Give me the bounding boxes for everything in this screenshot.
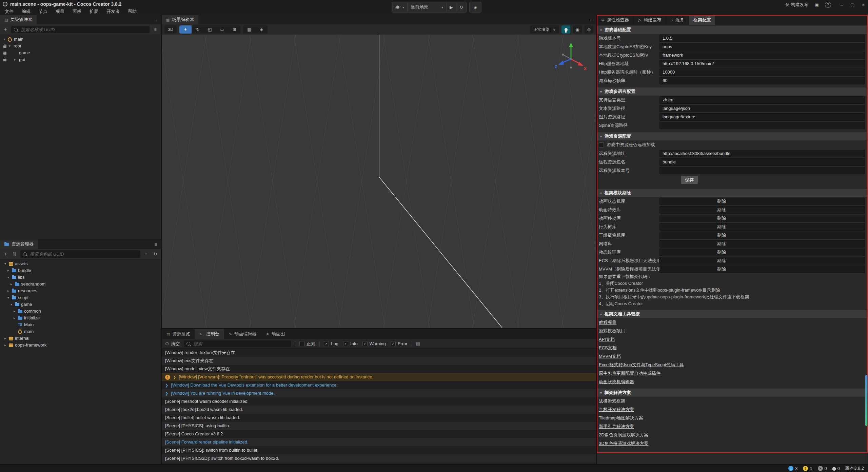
menu-item[interactable]: 扩展 <box>85 8 102 15</box>
arrow-expanded-icon[interactable]: ▾ <box>4 260 6 267</box>
rect-tool-button[interactable]: ▭ <box>216 25 228 34</box>
tree-row[interactable]: ▸gui <box>0 56 161 63</box>
log-row[interactable]: [Scene] Forward render pipeline initiali… <box>162 438 596 446</box>
save-button[interactable]: 保存 <box>681 176 698 184</box>
hierarchy-search[interactable] <box>11 26 150 33</box>
create-asset-button[interactable]: + <box>2 251 9 257</box>
checkbox-icon[interactable]: ✓ <box>391 341 396 346</box>
log-filter-warning[interactable]: ✓Warning <box>362 341 386 346</box>
tab-scene-editor[interactable]: ▦ 场景编辑器 <box>162 15 198 24</box>
log-row[interactable]: [Scene] [PHYSICS]: using builtin. <box>162 422 596 430</box>
arrow-collapsed-icon[interactable]: ▸ <box>4 342 6 349</box>
log-row[interactable]: [Window] ecs文件夹存在 <box>162 357 596 365</box>
tab-框架配置[interactable]: 框架配置 <box>689 15 716 25</box>
tab-hierarchy[interactable]: ▤ 层级管理器 <box>0 15 37 24</box>
remote-load-checkbox-row[interactable]: 游戏中资源是否远程加载 <box>597 140 868 149</box>
menu-item[interactable]: 面板 <box>68 8 85 15</box>
clear-console-button[interactable]: ∅ 清空 <box>165 341 180 347</box>
property-input[interactable] <box>659 158 865 166</box>
section-header[interactable]: ▾游戏资源配置 <box>597 132 868 140</box>
menu-item[interactable]: 开发者 <box>102 8 124 15</box>
tree-row[interactable]: ▸oops-framework <box>0 342 161 349</box>
property-input[interactable] <box>659 77 865 84</box>
doc-link[interactable]: 原生包热更新配置自动生成插件 <box>597 369 660 377</box>
log-row[interactable]: [Scene] meshopt wasm decoder initialized <box>162 397 596 406</box>
expand-chevron-icon[interactable]: ❯ <box>165 389 168 397</box>
log-row[interactable]: [Scene] [bullet]:bullet wasm lib loaded. <box>162 414 596 422</box>
doc-link[interactable]: ECS文档 <box>597 343 617 352</box>
arrow-collapsed-icon[interactable]: ▸ <box>7 288 9 294</box>
log-row[interactable]: [Scene] [box2d]:box2d wasm lib loaded. <box>162 406 596 414</box>
section-header[interactable]: ▾框架文档工具链接 <box>597 310 868 318</box>
tab-构建发布[interactable]: ▷构建发布 <box>634 15 666 25</box>
menu-item[interactable]: 帮助 <box>124 8 141 15</box>
doc-link[interactable]: 教程项目 <box>597 318 616 327</box>
tree-row[interactable]: main <box>0 328 161 335</box>
anchor-tool-button[interactable]: ⊞ <box>228 25 240 34</box>
create-node-button[interactable]: + <box>2 27 9 32</box>
log-row[interactable]: [Scene] Cocos Creator v3.8.2 <box>162 430 596 438</box>
console-search[interactable] <box>184 340 291 347</box>
checkbox-icon[interactable]: ✓ <box>362 341 368 346</box>
section-header[interactable]: ▾框架模块剔除 <box>597 189 868 197</box>
regex-checkbox[interactable] <box>299 341 304 346</box>
remove-module-button[interactable]: 剔除 <box>659 257 865 264</box>
log-filter-error[interactable]: ✓Error <box>391 341 408 346</box>
checkbox-icon[interactable]: ✓ <box>324 341 329 346</box>
console-tab[interactable]: ❖动画图 <box>261 329 290 339</box>
scrollbar-thumb[interactable] <box>865 375 867 426</box>
assets-search[interactable] <box>20 250 140 258</box>
tree-row[interactable]: ▸internal <box>0 335 161 342</box>
scene-settings-button[interactable]: ⊛ <box>585 25 593 34</box>
arrow-expanded-icon[interactable]: ▾ <box>3 36 5 43</box>
property-input[interactable] <box>659 35 865 42</box>
tree-row[interactable]: ▸initialize <box>0 315 161 321</box>
tree-row[interactable]: ▾root <box>0 43 161 50</box>
maximize-icon[interactable]: ▢ <box>850 2 854 7</box>
scene-select[interactable]: 当前场景 ▾ <box>408 2 447 12</box>
panel-menu-icon[interactable]: ≡ <box>154 239 157 249</box>
property-input[interactable] <box>659 122 865 129</box>
doc-link[interactable]: Excel格式转Json文件与TypeScript代码工具 <box>597 360 684 369</box>
log-row[interactable]: [Scene] [PHYSICS2D]: switch from box2d-w… <box>162 454 596 463</box>
doc-link[interactable]: 全栈开发解决方案 <box>597 405 634 414</box>
remove-module-button[interactable]: 剔除 <box>659 223 865 231</box>
console-tab[interactable]: ✎动画编辑器 <box>224 329 261 339</box>
log-row[interactable]: !❯[Window] [Vue warn]: Property "onInput… <box>162 373 596 381</box>
reload-button[interactable]: ↻ <box>456 2 466 12</box>
tree-row[interactable]: ▾assets <box>0 260 161 267</box>
log-row[interactable]: [Window] model_view文件夹存在 <box>162 365 596 373</box>
console-tab[interactable]: >_控制台 <box>195 329 224 339</box>
doc-link[interactable]: 动画状态机编辑器 <box>597 377 634 386</box>
tab-服务[interactable]: ∷服务 <box>666 15 689 25</box>
checkbox-icon[interactable]: ✓ <box>343 341 348 346</box>
log-file-icon[interactable]: ▤ <box>416 341 420 346</box>
doc-link[interactable]: 游戏模板项目 <box>597 327 625 335</box>
property-input[interactable] <box>659 68 865 76</box>
arrow-expanded-icon[interactable]: ▾ <box>9 43 11 50</box>
tree-row[interactable]: ▸seedrandom <box>0 281 161 288</box>
move-tool-button[interactable]: + <box>179 25 192 34</box>
arrow-collapsed-icon[interactable]: ▸ <box>14 56 16 63</box>
log-filter-info[interactable]: ✓Info <box>343 341 358 346</box>
minimize-icon[interactable]: – <box>841 2 843 7</box>
tree-row[interactable]: ▸resources <box>0 288 161 294</box>
regex-toggle[interactable]: 正则 <box>299 341 315 347</box>
panel-menu-icon[interactable]: ≡ <box>154 15 157 24</box>
notification-count[interactable]: 0 <box>832 466 840 471</box>
log-row[interactable]: [Scene] [PHYSICS]: switch from builtin t… <box>162 446 596 454</box>
property-input[interactable] <box>659 52 865 59</box>
log-row[interactable]: [Window] render_texture文件夹存在 <box>162 349 596 357</box>
filter-icon[interactable]: ≡ <box>143 252 150 256</box>
log-row[interactable]: ❯[Window] Download the Vue Devtools exte… <box>162 381 596 389</box>
tree-row[interactable]: TSMain <box>0 321 161 328</box>
doc-link[interactable]: Tiledmap地图解决方案 <box>597 414 643 422</box>
doc-link[interactable]: MVVM文档 <box>597 352 621 360</box>
property-input[interactable] <box>659 105 865 112</box>
filter-icon[interactable]: ≡ <box>152 27 159 32</box>
property-input[interactable] <box>659 43 865 51</box>
menu-item[interactable]: 文件 <box>1 8 18 15</box>
tree-row[interactable]: ▾libs <box>0 274 161 281</box>
expand-chevron-icon[interactable]: ❯ <box>173 373 176 381</box>
remove-module-button[interactable]: 剔除 <box>659 206 865 214</box>
